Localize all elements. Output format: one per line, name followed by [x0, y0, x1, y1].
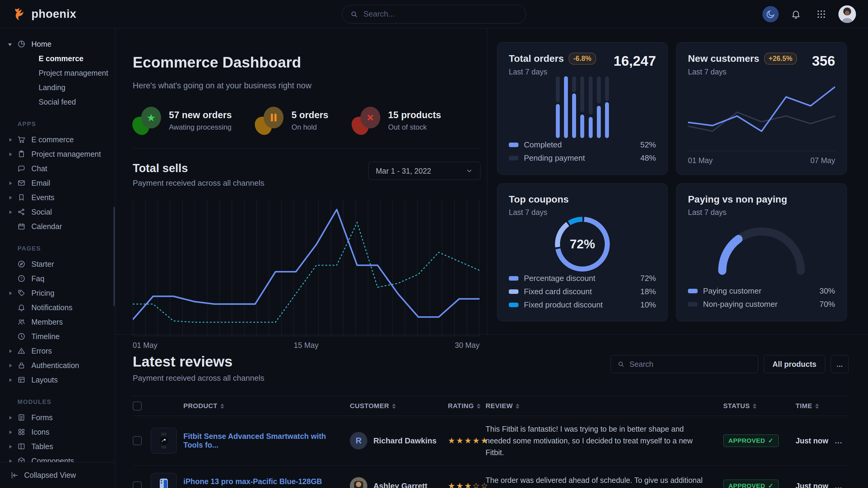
stats-row: ★ 57 new orders Awating processing [133, 106, 480, 149]
sidebar-item-layouts[interactable]: Layouts [0, 372, 115, 387]
chat-bubble-icon [17, 164, 26, 173]
sidebar-item-timeline[interactable]: Timeline [0, 329, 115, 344]
sidebar-item-notifications[interactable]: Notifications [0, 300, 115, 315]
sidebar-scrollbar[interactable] [114, 207, 115, 306]
phoenix-flame-icon [11, 6, 27, 22]
product-link[interactable]: iPhone 13 pro max-Pacific Blue-128GB sto… [183, 477, 350, 488]
sidebar-item-authentication[interactable]: Authentication [0, 358, 115, 372]
dark-mode-toggle[interactable] [763, 6, 779, 22]
sidebar-item-label: E commerce [39, 54, 84, 63]
sidebar-item-label: Errors [31, 347, 52, 355]
top-coupons-card: Top coupons Last 7 days 72% [497, 183, 668, 321]
orders-bar-chart [556, 76, 609, 138]
sidebar-item-project-management[interactable]: Project management [0, 147, 115, 161]
column-status[interactable]: STATUS [723, 402, 796, 410]
column-product[interactable]: PRODUCT [183, 402, 350, 410]
row-checkbox[interactable] [133, 481, 142, 488]
row-more-button[interactable]: ... [835, 436, 849, 446]
legend-swatch [509, 156, 519, 160]
search-input[interactable] [363, 9, 518, 19]
sidebar-item-components[interactable]: Components [0, 454, 115, 462]
column-customer[interactable]: CUSTOMER [350, 402, 448, 410]
legend-value: 30% [819, 286, 835, 296]
sidebar-item-social[interactable]: Social [0, 205, 115, 219]
total-orders-value: 16,247 [614, 53, 656, 69]
chevron-right-icon [8, 209, 13, 214]
new-customers-value: 356 [812, 53, 835, 69]
svg-text:?: ? [20, 276, 22, 281]
sidebar-item-label: Layouts [31, 376, 58, 384]
apps-grid-button[interactable] [813, 6, 829, 22]
sidebar-item-label: Events [31, 193, 54, 202]
sidebar-item-ecommerce[interactable]: E commerce [0, 132, 115, 147]
sidebar-item-home[interactable]: Home [0, 37, 115, 51]
legend-swatch [509, 142, 519, 147]
sidebar-item-project-management-home[interactable]: Project management [0, 66, 115, 80]
bell-icon [17, 303, 26, 312]
sidebar-item-events[interactable]: Events [0, 190, 115, 205]
sidebar-item-ecommerce-home[interactable]: E commerce [0, 51, 115, 66]
row-more-button[interactable]: ... [835, 481, 849, 488]
new-customers-card: New customers +26.5% Last 7 days 356 [676, 42, 847, 175]
card-period: Last 7 days [509, 208, 568, 217]
total-sells-title: Total sells [133, 162, 264, 175]
column-review[interactable]: REVIEW [486, 402, 723, 410]
reviews-title: Latest reviews [133, 353, 264, 370]
sidebar-item-calendar[interactable]: Calendar [0, 219, 115, 234]
chevron-right-icon [8, 363, 13, 368]
sidebar-item-pricing[interactable]: Pricing [0, 286, 115, 300]
sidebar-item-label: Members [31, 318, 63, 326]
sidebar-item-icons[interactable]: Icons [0, 425, 115, 439]
brand-name: phoenix [31, 7, 76, 21]
previous-line [688, 112, 835, 131]
sort-icon [815, 403, 819, 409]
sidebar-item-chat[interactable]: Chat [0, 161, 115, 176]
warning-triangle-icon [17, 346, 26, 355]
product-link[interactable]: Fitbit Sense Advanced Smartwatch with To… [183, 432, 350, 449]
global-search[interactable] [342, 5, 526, 24]
sidebar-item-errors[interactable]: Errors [0, 344, 115, 358]
sidebar-item-landing[interactable]: Landing [0, 80, 115, 95]
x-tick: 07 May [810, 156, 835, 165]
date-range-select[interactable]: Mar 1 - 31, 2022 [368, 162, 480, 180]
sidebar-item-members[interactable]: Members [0, 315, 115, 329]
sidebar-item-forms[interactable]: Forms [0, 410, 115, 425]
column-time[interactable]: TIME [796, 402, 835, 410]
status-badge: APPROVED✓ [723, 480, 779, 488]
more-options-button[interactable]: ... [831, 355, 849, 373]
row-checkbox[interactable] [133, 436, 142, 445]
card-title: Paying vs non paying [688, 194, 787, 205]
stat-value: 5 orders [291, 110, 328, 121]
brand-logo[interactable]: phoenix [11, 6, 76, 22]
column-rating[interactable]: RATING [448, 402, 486, 410]
select-all-checkbox[interactable] [133, 401, 142, 411]
product-thumbnail[interactable] [151, 473, 177, 488]
stat-value: 57 new orders [169, 110, 231, 121]
user-avatar[interactable] [838, 5, 856, 23]
time-cell: Just now [796, 482, 835, 488]
dashboard-cards: Total orders -6.8% Last 7 days 16,247 [487, 28, 868, 334]
collapse-sidebar-button[interactable]: Collapsed View [0, 462, 115, 488]
new-orders-star-icon: ★ [133, 106, 162, 135]
all-products-button[interactable]: All products [764, 355, 825, 373]
notifications-button[interactable] [788, 6, 804, 22]
reviews-search[interactable] [611, 355, 758, 373]
latest-reviews-section: Latest reviews Payment received across a… [115, 334, 868, 488]
date-range-value: Mar 1 - 31, 2022 [376, 167, 431, 175]
card-period: Last 7 days [688, 67, 797, 76]
sidebar-item-faq[interactable]: ? Faq [0, 271, 115, 286]
reviews-search-input[interactable] [629, 360, 751, 369]
table-row: iPhone 13 pro max-Pacific Blue-128GB sto… [133, 466, 849, 488]
product-thumbnail[interactable] [151, 428, 177, 454]
tag-icon [17, 289, 26, 297]
sidebar-item-social-feed[interactable]: Social feed [0, 95, 115, 109]
sidebar-item-starter[interactable]: Starter [0, 257, 115, 271]
sidebar-item-label: Icons [31, 428, 50, 436]
legend-value: 10% [640, 300, 656, 310]
time-cell: Just now [796, 436, 835, 445]
stat-out-of-stock: ✕ 15 products Out of stock [352, 106, 441, 135]
sidebar-nav: Home E commerce Project management Landi… [0, 28, 115, 462]
sidebar-item-tables[interactable]: Tables [0, 439, 115, 454]
sidebar-item-email[interactable]: Email [0, 176, 115, 190]
topbar-actions [763, 5, 856, 23]
